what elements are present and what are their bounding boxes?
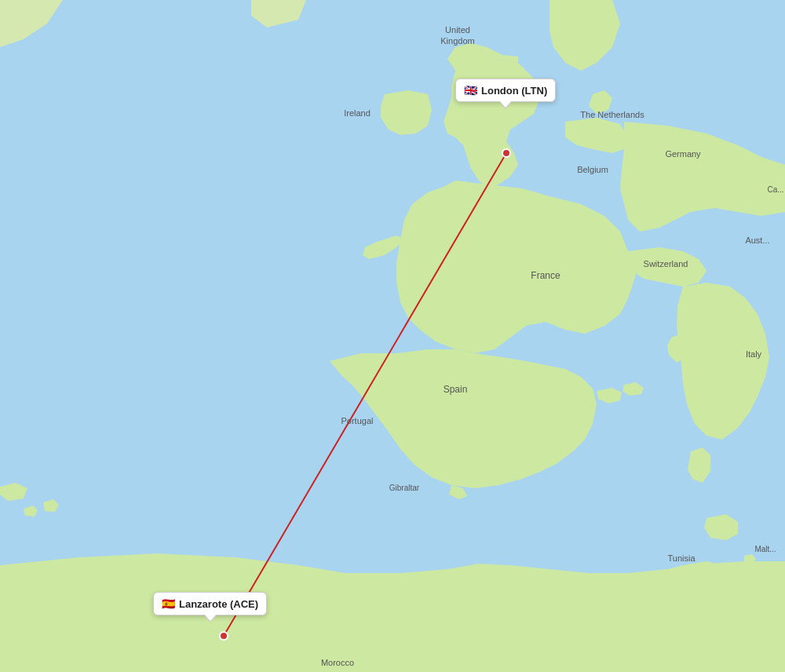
label-gibraltar: Gibraltar [389,484,420,492]
lanzarote-label: Lanzarote (ACE) [179,598,258,610]
label-united-kingdom: United [445,25,470,35]
label-spain: Spain [444,384,468,395]
london-label: London (LTN) [481,85,547,97]
london-bubble: 🇬🇧 London (LTN) [455,79,556,102]
london-flag: 🇬🇧 [464,84,477,97]
map-container: United Kingdom Ireland The Netherlands G… [0,0,785,672]
label-ca: Ca... [767,185,783,194]
svg-text:Kingdom: Kingdom [440,36,474,46]
label-italy: Italy [746,349,762,359]
map-svg: United Kingdom Ireland The Netherlands G… [0,0,785,672]
label-netherlands: The Netherlands [580,110,644,119]
lanzarote-dot [220,632,228,640]
lanzarote-bubble: 🇪🇸 Lanzarote (ACE) [153,592,267,615]
lanzarote-flag: 🇪🇸 [162,597,175,610]
label-belgium: Belgium [577,165,608,174]
label-tunisia: Tunisia [667,553,696,563]
label-austria: Aust... [745,236,769,245]
label-france: France [531,270,560,281]
label-germany: Germany [665,149,701,159]
label-morocco: Morocco [321,658,354,667]
label-malta: Malt... [754,545,776,553]
label-portugal: Portugal [341,416,374,425]
label-ireland: Ireland [344,108,371,118]
london-dot [502,149,510,157]
label-switzerland: Switzerland [644,259,688,268]
